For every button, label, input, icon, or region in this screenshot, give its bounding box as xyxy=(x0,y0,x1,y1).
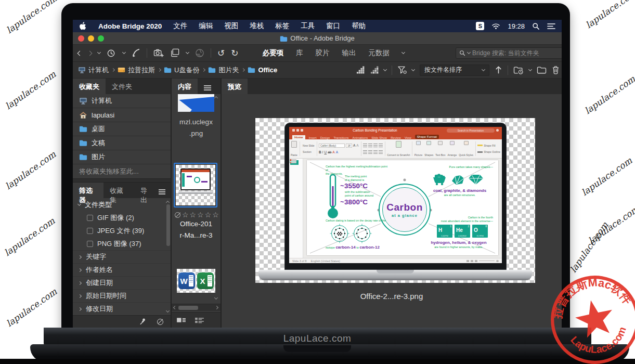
thumbnail-view-icon[interactable] xyxy=(176,317,186,324)
filter-scrollbar-thumb[interactable] xyxy=(166,204,170,246)
new-folder-icon[interactable] xyxy=(537,66,547,74)
menu-edit[interactable]: 编辑 xyxy=(199,21,213,31)
filter-group-filetype[interactable]: 文件类型 xyxy=(73,198,171,211)
back-icon[interactable] xyxy=(77,50,83,56)
tab-content[interactable]: 内容 xyxy=(172,79,198,94)
rotate-left-icon[interactable]: ↺ xyxy=(217,49,225,58)
spotlight-search-icon[interactable] xyxy=(532,22,540,30)
filter-group-author[interactable]: 作者姓名 xyxy=(73,263,171,276)
favorite-item-desktop[interactable]: 桌面 xyxy=(73,122,171,136)
boomerang-icon[interactable] xyxy=(132,48,140,58)
search-scope-chevron-icon[interactable] xyxy=(467,50,471,54)
clock-time[interactable]: 19:28 xyxy=(508,22,525,30)
breadcrumb-usb-backup[interactable]: U盘备份 xyxy=(164,66,199,75)
content-menu-icon[interactable] xyxy=(204,85,211,94)
menu-help[interactable]: 帮助 xyxy=(352,21,366,31)
bridge-search-field[interactable] xyxy=(456,47,562,59)
favorite-item-computer[interactable]: 计算机 xyxy=(73,94,171,108)
filter-jpeg[interactable]: JPEG 文件 (39) xyxy=(73,224,171,237)
checkbox[interactable] xyxy=(87,241,93,247)
camera-import-icon[interactable] xyxy=(153,48,164,58)
trash-icon[interactable] xyxy=(552,66,560,74)
workspace-tab-filmstrip[interactable]: 胶片 xyxy=(316,48,330,58)
menu-list-icon[interactable] xyxy=(547,23,555,30)
sort-ascending-icon[interactable] xyxy=(495,66,502,74)
breadcrumb-drive[interactable]: 拉普拉斯 xyxy=(118,66,155,75)
pin-icon[interactable] xyxy=(139,318,147,326)
favorite-item-documents[interactable]: 文稿 xyxy=(73,136,171,150)
breadcrumb-pictures[interactable]: 图片夹 xyxy=(208,66,239,75)
recent-folder-icon[interactable] xyxy=(513,66,524,74)
horizontal-scrollbar[interactable] xyxy=(172,304,221,311)
tab-collections[interactable]: 收藏集 xyxy=(103,183,134,198)
apple-logo-icon[interactable] xyxy=(79,22,87,31)
stack-icon[interactable] xyxy=(170,48,180,58)
filter-group-date-original[interactable]: 原始日期时间 xyxy=(73,289,171,302)
nav-chevron-down-icon[interactable] xyxy=(97,50,101,54)
rotate-right-icon[interactable]: ↻ xyxy=(231,49,238,58)
scroll-up-icon[interactable] xyxy=(214,96,218,100)
sort-dropdown[interactable]: 按文件名排序 xyxy=(420,64,489,76)
quality-embedded-icon[interactable] xyxy=(356,66,365,74)
breadcrumb-computer[interactable]: 计算机 xyxy=(78,66,109,75)
no-rating-icon[interactable] xyxy=(175,212,180,218)
slide-text: The melting pointof a diamond is xyxy=(345,175,381,182)
menu-file[interactable]: 文件 xyxy=(173,21,187,31)
breadcrumb-office[interactable]: Office xyxy=(248,66,277,74)
favorite-item-home[interactable]: lapulasi xyxy=(73,108,171,122)
workspace-tab-essentials[interactable]: 必要项 xyxy=(263,48,284,58)
filter-png[interactable]: PNG 图像 (37) xyxy=(73,237,171,250)
filter-group-date-modified[interactable]: 修改日期 xyxy=(73,302,171,315)
scrollbar-thumb[interactable] xyxy=(178,306,198,310)
checkbox[interactable] xyxy=(87,215,93,221)
filter-funnel-icon[interactable] xyxy=(397,66,407,74)
file-thumbnail-docs[interactable]: W X xyxy=(177,269,215,293)
preview-image[interactable]: Carbon Bonding Presentation Search in Pr… xyxy=(255,118,535,283)
forward-icon[interactable] xyxy=(87,50,93,56)
menu-tools[interactable]: 工具 xyxy=(301,21,315,31)
tab-favorites[interactable]: 收藏夹 xyxy=(73,79,106,94)
workspace-tab-libraries[interactable]: 库 xyxy=(296,48,303,58)
search-input[interactable] xyxy=(472,49,559,57)
filter-gif[interactable]: GIF 图像 (2) xyxy=(73,211,171,224)
app-menu-title[interactable]: Adobe Bridge 2020 xyxy=(98,22,162,30)
favorite-item-pictures[interactable]: 图片 xyxy=(73,150,171,164)
workspace-chevron-down-icon[interactable] xyxy=(401,50,405,54)
quality-hq-icon[interactable] xyxy=(370,66,379,74)
menu-window[interactable]: 窗口 xyxy=(326,21,340,31)
history-chevron-down-icon[interactable] xyxy=(122,50,126,54)
panel-splitter[interactable] xyxy=(73,178,171,183)
scroll-right-icon[interactable] xyxy=(215,306,218,309)
list-view-icon[interactable] xyxy=(195,317,204,324)
file-thumbnail-mzl[interactable] xyxy=(178,94,214,112)
filter-chevron-down-icon[interactable] xyxy=(411,67,415,71)
scroll-down-icon[interactable] xyxy=(214,296,218,300)
menu-view[interactable]: 视图 xyxy=(224,21,238,31)
aperture-icon[interactable] xyxy=(195,48,204,58)
window-title-bar[interactable]: Office - Adobe Bridge xyxy=(73,32,562,45)
menu-label[interactable]: 标签 xyxy=(275,21,289,31)
input-method-icon[interactable]: S xyxy=(476,22,484,30)
file-thumbnail-office-selected[interactable] xyxy=(174,163,217,207)
wifi-icon[interactable] xyxy=(491,22,500,30)
recent-chevron-down-icon[interactable] xyxy=(528,67,532,71)
quality-chevron-down-icon[interactable] xyxy=(383,67,387,71)
scroll-left-icon[interactable] xyxy=(173,306,177,309)
star-rating[interactable]: ☆☆☆☆☆ xyxy=(182,211,220,219)
stack-chevron-down-icon[interactable] xyxy=(186,50,189,54)
filter-group-date-created[interactable]: 创建日期 xyxy=(73,276,171,289)
rating-row[interactable]: ☆☆☆☆☆ xyxy=(175,211,221,219)
checkbox[interactable] xyxy=(87,228,93,234)
filter-menu-icon[interactable] xyxy=(159,189,165,198)
ppt-tab-home: Home xyxy=(292,135,305,139)
menu-stacks[interactable]: 堆栈 xyxy=(250,21,264,31)
filter-group-keywords[interactable]: 关键字 xyxy=(73,250,171,263)
history-icon[interactable] xyxy=(107,48,116,58)
tab-preview[interactable]: 预览 xyxy=(222,79,248,94)
tab-filter[interactable]: 筛选器 xyxy=(73,183,103,198)
tab-export[interactable]: 导出 xyxy=(134,183,159,198)
tab-folders[interactable]: 文件夹 xyxy=(106,79,138,94)
workspace-tab-metadata[interactable]: 元数据 xyxy=(369,48,390,58)
workspace-tab-output[interactable]: 输出 xyxy=(342,48,356,58)
clear-filter-icon[interactable] xyxy=(157,319,163,325)
